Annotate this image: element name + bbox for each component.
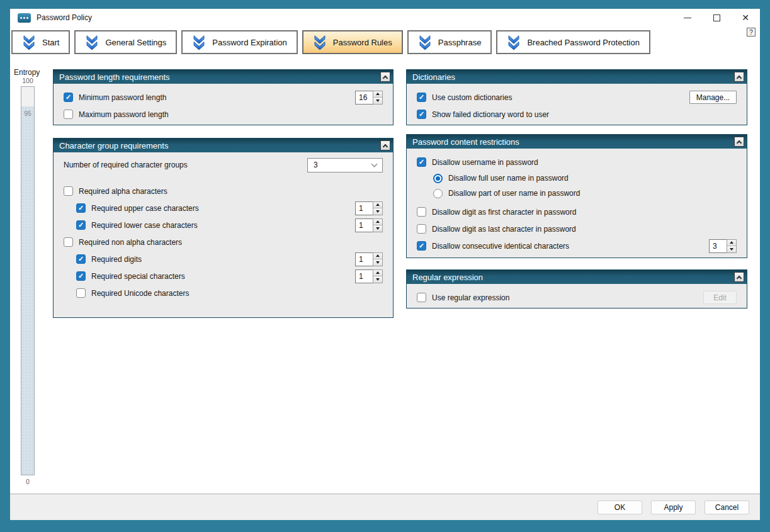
spinner-down-button[interactable] [373, 276, 382, 283]
group-header: Dictionaries [407, 70, 747, 84]
password-policy-dialog: Password Policy ✕ Start General Settings… [10, 9, 760, 520]
apply-button[interactable]: Apply [651, 501, 696, 514]
spinner-value[interactable]: 1 [355, 252, 373, 266]
spinner-up-button[interactable] [373, 253, 382, 260]
arrow-down-icon [730, 248, 733, 251]
special-characters-count-spinner[interactable]: 1 [355, 269, 383, 283]
collapse-button[interactable] [734, 137, 744, 147]
chevron-down-icon [371, 161, 378, 167]
spinner-value[interactable]: 1 [355, 269, 373, 283]
group-title: Dictionaries [412, 72, 734, 82]
required-upper-case-checkbox[interactable] [76, 203, 86, 213]
use-custom-dictionaries-checkbox[interactable] [417, 93, 426, 102]
required-digits-checkbox[interactable] [76, 254, 86, 264]
minimize-button[interactable] [673, 9, 702, 26]
spinner-up-button[interactable] [373, 91, 382, 98]
show-failed-dictionary-word-checkbox[interactable] [417, 110, 426, 119]
required-character-groups-dropdown[interactable]: 3 [307, 158, 383, 173]
required-unicode-characters-checkbox[interactable] [76, 288, 86, 298]
required-special-characters-checkbox[interactable] [76, 271, 86, 281]
collapse-button[interactable] [380, 140, 390, 150]
group-title: Password length requirements [59, 72, 380, 82]
spinner-down-button[interactable] [373, 259, 382, 266]
required-alpha-characters-checkbox[interactable] [64, 186, 73, 196]
tab-strip: Start General Settings Password Expirati… [10, 26, 760, 58]
collapse-button[interactable] [734, 272, 744, 282]
spinner-value[interactable]: 1 [355, 218, 373, 232]
double-chevron-down-icon [22, 35, 36, 50]
checkbox-label: Required upper case characters [91, 204, 199, 213]
minimum-password-length-checkbox[interactable] [64, 93, 73, 102]
row-required-upper-case-characters: Required upper case characters 1 [54, 200, 393, 217]
spinner-down-button[interactable] [373, 208, 382, 215]
disallow-consecutive-identical-checkbox[interactable] [417, 241, 426, 251]
window-controls: ✕ [673, 9, 760, 26]
spinner-value[interactable]: 1 [355, 201, 373, 215]
group-password-content-restrictions: Password content restrictions Disallow u… [406, 134, 747, 258]
checkbox-label: Show failed dictionary word to user [432, 110, 549, 119]
row-required-digits: Required digits 1 [54, 251, 393, 268]
tab-start[interactable]: Start [11, 30, 70, 54]
manage-dictionaries-button[interactable]: Manage... [689, 91, 737, 104]
entropy-current-value: 95 [21, 110, 34, 117]
disallow-digit-last-checkbox[interactable] [417, 224, 426, 234]
disallow-full-user-name-radio[interactable] [433, 174, 443, 183]
password-app-icon [18, 13, 31, 23]
required-lower-case-checkbox[interactable] [76, 220, 86, 230]
checkbox-label: Required non alpha characters [79, 238, 182, 247]
spinner-value[interactable]: 16 [355, 91, 373, 105]
close-icon: ✕ [742, 13, 749, 22]
edit-regular-expression-button[interactable]: Edit [703, 291, 737, 304]
group-character-group-requirements: Character group requirements Number of r… [53, 138, 393, 318]
disallow-digit-first-checkbox[interactable] [417, 207, 426, 217]
row-disallow-username: Disallow username in password [407, 154, 747, 171]
row-disallow-full-user-name: Disallow full user name in password [407, 171, 747, 186]
arrow-down-icon [376, 210, 380, 213]
use-regular-expression-checkbox[interactable] [417, 293, 426, 302]
arrow-down-icon [376, 278, 380, 281]
spinner-up-button[interactable] [727, 240, 736, 247]
disallow-part-user-name-radio[interactable] [433, 189, 443, 198]
row-required-unicode-characters: Required Unicode characters [54, 285, 393, 302]
collapse-button[interactable] [734, 72, 744, 82]
cancel-button[interactable]: Cancel [705, 501, 749, 514]
tab-general-settings[interactable]: General Settings [74, 30, 177, 54]
checkbox-label: Use custom dictionaries [432, 93, 512, 102]
tab-passphrase[interactable]: Passphrase [407, 30, 492, 54]
spinner-up-button[interactable] [373, 270, 382, 277]
maximum-password-length-checkbox[interactable] [64, 110, 73, 119]
radio-label: Disallow part of user name in password [448, 189, 580, 198]
spinner-value[interactable]: 3 [709, 239, 727, 253]
required-non-alpha-checkbox[interactable] [64, 237, 73, 247]
checkbox-label: Disallow digit as first character in pas… [432, 208, 576, 217]
spinner-down-button[interactable] [727, 246, 736, 252]
chevron-up-icon [737, 75, 742, 80]
tab-password-rules[interactable]: Password Rules [302, 30, 403, 54]
digits-count-spinner[interactable]: 1 [355, 252, 383, 266]
row-use-regular-expression: Use regular expression Edit [407, 289, 747, 306]
spinner-down-button[interactable] [373, 225, 382, 232]
arrow-up-icon [376, 271, 380, 274]
consecutive-identical-count-spinner[interactable]: 3 [709, 239, 737, 253]
upper-case-count-spinner[interactable]: 1 [355, 201, 383, 215]
checkbox-label: Use regular expression [432, 293, 509, 302]
title-bar[interactable]: Password Policy ✕ [10, 9, 760, 26]
group-password-length-requirements: Password length requirements Minimum pas… [53, 69, 393, 125]
spinner-up-button[interactable] [373, 219, 382, 226]
lower-case-count-spinner[interactable]: 1 [355, 218, 383, 232]
spinner-up-button[interactable] [373, 202, 382, 209]
spinner-down-button[interactable] [373, 98, 382, 104]
tab-breached-password-protection[interactable]: Breached Password Protection [496, 30, 650, 54]
collapse-button[interactable] [380, 72, 390, 82]
close-button[interactable]: ✕ [731, 9, 760, 26]
checkbox-label: Required Unicode characters [91, 289, 189, 298]
row-minimum-password-length: Minimum password length 16 [54, 89, 393, 106]
minimum-password-length-spinner[interactable]: 16 [355, 91, 383, 105]
ok-button[interactable]: OK [597, 501, 642, 514]
tab-password-expiration[interactable]: Password Expiration [181, 30, 298, 54]
disallow-username-checkbox[interactable] [417, 157, 426, 167]
help-button[interactable]: ? [747, 28, 756, 37]
maximize-button[interactable] [702, 9, 731, 26]
tab-label: Breached Password Protection [527, 38, 639, 47]
checkbox-label: Required digits [91, 255, 142, 264]
